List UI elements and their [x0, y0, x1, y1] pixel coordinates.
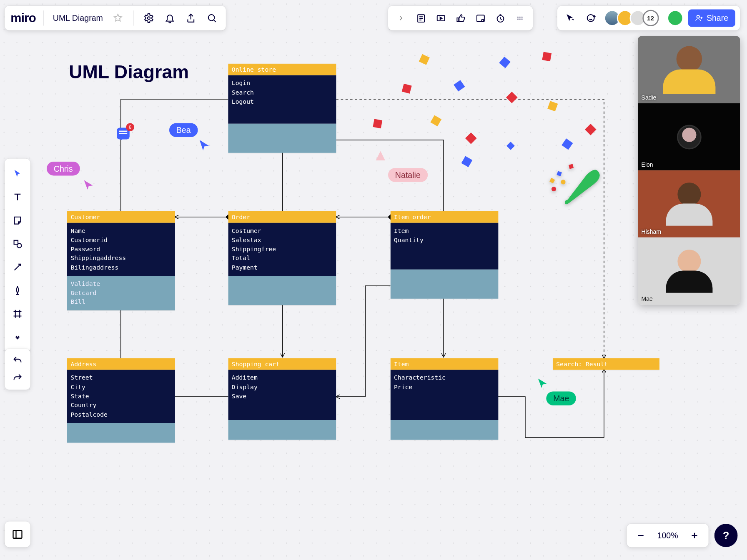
more-dots-icon[interactable]	[512, 10, 528, 26]
uml-attrs: Name Customerid Password Shippingaddress…	[67, 223, 175, 276]
person-add-icon	[695, 14, 703, 22]
uml-attrs: Item Quantity	[391, 223, 499, 270]
svg-rect-22	[13, 530, 22, 538]
uml-shopping-cart[interactable]: Shopping cart Additem Display Save	[228, 358, 336, 440]
video-tile[interactable]: Sadie	[638, 36, 740, 103]
text-tool-icon[interactable]	[7, 187, 28, 208]
settings-icon[interactable]	[141, 10, 157, 26]
svg-rect-2	[569, 164, 574, 169]
presence-avatars[interactable]: 12	[604, 10, 659, 26]
uml-attrs: Costumer Salestax Shippingfree Total Pay…	[228, 223, 336, 276]
uml-attrs: Additem Display Save	[228, 370, 336, 420]
confetti	[373, 119, 382, 128]
svg-point-5	[148, 17, 150, 19]
search-icon[interactable]	[204, 10, 220, 26]
confetti	[374, 149, 388, 163]
miro-logo[interactable]: miro	[10, 11, 36, 25]
svg-point-18	[587, 15, 594, 22]
canvas-title: UML Diagram	[69, 61, 189, 83]
left-toolbar-history	[5, 349, 30, 390]
video-name: Hisham	[642, 229, 661, 235]
uml-order[interactable]: Order Costumer Salestax Shippingfree Tot…	[228, 211, 336, 305]
select-tool-icon[interactable]	[7, 163, 28, 184]
uml-online-store[interactable]: Online store Login Search Logout	[228, 64, 336, 153]
svg-point-12	[517, 17, 519, 18]
svg-point-6	[208, 15, 215, 21]
help-button[interactable]: ?	[714, 524, 738, 547]
present-icon[interactable]	[432, 10, 449, 26]
video-tile[interactable]: Mae	[638, 238, 740, 305]
video-tile[interactable]: Elon	[638, 103, 740, 170]
uml-customer[interactable]: Customer Name Customerid Password Shippi…	[67, 211, 175, 310]
svg-point-16	[519, 19, 521, 20]
connector-tool-icon[interactable]	[7, 257, 28, 278]
cursor-bea-icon	[198, 139, 211, 152]
uml-item-order[interactable]: Item order Item Quantity	[391, 211, 499, 299]
zoom-out-button[interactable]	[633, 528, 649, 544]
star-icon[interactable]	[110, 10, 126, 26]
pen-tool-icon[interactable]	[7, 280, 28, 301]
comment-bubble[interactable]: 6	[117, 128, 130, 140]
video-panel[interactable]: Sadie Elon Hisham Mae	[638, 36, 740, 305]
current-user-avatar[interactable]	[667, 10, 683, 26]
top-right-collab: 12 Share	[557, 6, 740, 30]
svg-point-3	[551, 187, 556, 191]
svg-point-21	[17, 243, 22, 248]
panel-toggle-button[interactable]	[5, 522, 30, 548]
timer-icon[interactable]	[492, 10, 508, 26]
zoom-controls: 100%	[627, 524, 709, 547]
undo-icon[interactable]	[9, 352, 25, 369]
reactions-icon[interactable]	[583, 10, 599, 26]
uml-title: Search: Result	[553, 358, 659, 370]
chevron-right-icon[interactable]	[393, 10, 409, 26]
share-label: Share	[707, 13, 728, 22]
uml-item[interactable]: Item Characteristic Price	[391, 358, 499, 440]
uml-ops	[391, 420, 499, 440]
uml-ops	[67, 423, 175, 443]
export-icon[interactable]	[183, 10, 199, 26]
bell-icon[interactable]	[162, 10, 178, 26]
uml-title: Order	[228, 211, 336, 223]
vote-icon[interactable]	[452, 10, 469, 26]
shape-tool-icon[interactable]	[7, 233, 28, 254]
zoom-in-button[interactable]	[686, 528, 702, 544]
zoom-level[interactable]: 100%	[656, 531, 679, 540]
uml-address[interactable]: Address Street City State Country Postal…	[67, 358, 175, 443]
svg-rect-20	[14, 240, 18, 244]
uml-search-result[interactable]: Search: Result	[553, 358, 659, 370]
uml-title: Shopping cart	[228, 358, 336, 370]
top-center-tools	[388, 6, 533, 30]
svg-rect-9	[476, 15, 484, 21]
redo-icon[interactable]	[9, 370, 25, 386]
board-title[interactable]: UML Diagram	[50, 13, 105, 22]
uml-ops	[391, 270, 499, 299]
cursor-follow-icon[interactable]	[562, 10, 578, 26]
top-left-bar: miro UML Diagram	[5, 6, 226, 30]
separator	[43, 10, 43, 25]
svg-point-14	[521, 17, 523, 18]
share-button[interactable]: Share	[688, 9, 735, 27]
uml-ops	[228, 276, 336, 305]
more-tools-icon[interactable]	[7, 327, 28, 348]
separator	[133, 10, 134, 25]
svg-point-10	[481, 19, 484, 21]
frame-tool-icon[interactable]	[7, 303, 28, 324]
left-toolbar	[5, 159, 30, 352]
party-popper-sticker[interactable]	[546, 159, 604, 217]
cursor-chris-icon	[83, 179, 95, 191]
video-tile[interactable]: Hisham	[638, 170, 740, 238]
uml-attrs: Characteristic Price	[391, 370, 499, 420]
video-name: Mae	[642, 296, 653, 302]
uml-title: Item	[391, 358, 499, 370]
uml-title: Address	[67, 358, 175, 370]
video-name: Elon	[642, 162, 653, 168]
uml-title: Item order	[391, 211, 499, 223]
uml-ops	[228, 420, 336, 440]
cursor-tag-chris: Chris	[47, 162, 80, 176]
svg-point-17	[521, 19, 523, 20]
uml-title: Customer	[67, 211, 175, 223]
note-icon[interactable]	[413, 10, 429, 26]
card-icon[interactable]	[472, 10, 489, 26]
sticky-note-tool-icon[interactable]	[7, 210, 28, 231]
svg-rect-1	[556, 171, 562, 176]
